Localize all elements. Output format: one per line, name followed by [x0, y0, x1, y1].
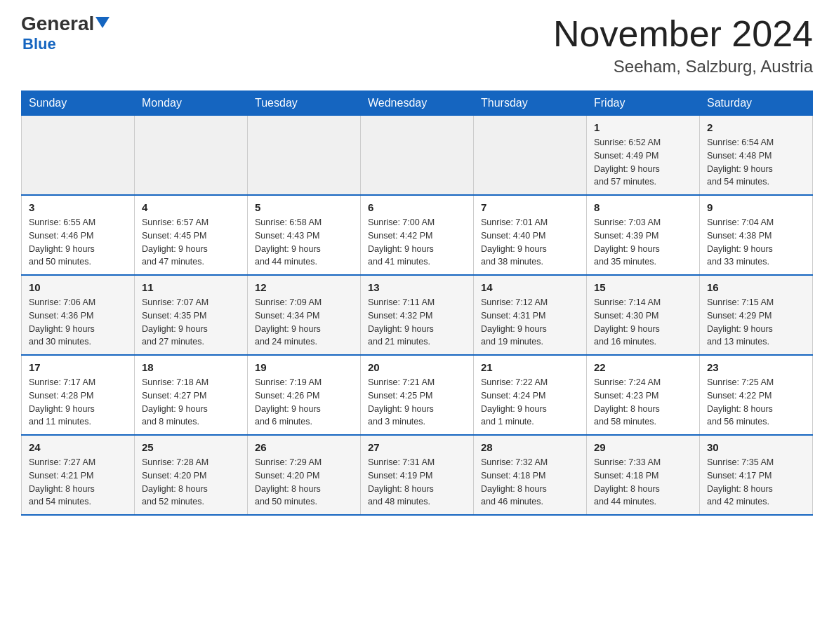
calendar-cell: 14Sunrise: 7:12 AM Sunset: 4:31 PM Dayli…	[474, 275, 587, 355]
weekday-header-thursday: Thursday	[474, 91, 587, 116]
day-number: 22	[594, 361, 692, 373]
calendar-cell	[135, 116, 248, 196]
calendar-header: SundayMondayTuesdayWednesdayThursdayFrid…	[22, 91, 813, 116]
calendar-cell: 7Sunrise: 7:01 AM Sunset: 4:40 PM Daylig…	[474, 195, 587, 275]
calendar-cell: 16Sunrise: 7:15 AM Sunset: 4:29 PM Dayli…	[700, 275, 813, 355]
day-info: Sunrise: 7:35 AM Sunset: 4:17 PM Dayligh…	[707, 456, 805, 509]
day-number: 25	[142, 441, 240, 453]
day-info: Sunrise: 7:31 AM Sunset: 4:19 PM Dayligh…	[368, 456, 466, 509]
calendar-cell: 25Sunrise: 7:28 AM Sunset: 4:20 PM Dayli…	[135, 435, 248, 515]
day-info: Sunrise: 7:00 AM Sunset: 4:42 PM Dayligh…	[368, 216, 466, 269]
day-info: Sunrise: 7:17 AM Sunset: 4:28 PM Dayligh…	[29, 376, 127, 429]
day-info: Sunrise: 7:18 AM Sunset: 4:27 PM Dayligh…	[142, 376, 240, 429]
day-number: 29	[594, 441, 692, 453]
day-number: 12	[255, 281, 353, 293]
day-info: Sunrise: 7:03 AM Sunset: 4:39 PM Dayligh…	[594, 216, 692, 269]
day-number: 24	[29, 441, 127, 453]
calendar-cell	[474, 116, 587, 196]
day-number: 6	[368, 201, 466, 213]
day-number: 20	[368, 361, 466, 373]
logo-general-text: General	[21, 13, 110, 34]
weekday-header-monday: Monday	[135, 91, 248, 116]
calendar-cell: 22Sunrise: 7:24 AM Sunset: 4:23 PM Dayli…	[587, 355, 700, 435]
day-info: Sunrise: 7:29 AM Sunset: 4:20 PM Dayligh…	[255, 456, 353, 509]
calendar-cell: 11Sunrise: 7:07 AM Sunset: 4:35 PM Dayli…	[135, 275, 248, 355]
month-title: November 2024	[553, 14, 813, 54]
weekday-header-row: SundayMondayTuesdayWednesdayThursdayFrid…	[22, 91, 813, 116]
calendar-cell: 23Sunrise: 7:25 AM Sunset: 4:22 PM Dayli…	[700, 355, 813, 435]
day-info: Sunrise: 7:09 AM Sunset: 4:34 PM Dayligh…	[255, 296, 353, 349]
day-number: 3	[29, 201, 127, 213]
day-info: Sunrise: 7:07 AM Sunset: 4:35 PM Dayligh…	[142, 296, 240, 349]
calendar-row: 1Sunrise: 6:52 AM Sunset: 4:49 PM Daylig…	[22, 116, 813, 196]
weekday-header-tuesday: Tuesday	[248, 91, 361, 116]
calendar-cell: 18Sunrise: 7:18 AM Sunset: 4:27 PM Dayli…	[135, 355, 248, 435]
day-number: 21	[481, 361, 579, 373]
calendar-row: 24Sunrise: 7:27 AM Sunset: 4:21 PM Dayli…	[22, 435, 813, 515]
day-number: 30	[707, 441, 805, 453]
calendar-cell: 12Sunrise: 7:09 AM Sunset: 4:34 PM Dayli…	[248, 275, 361, 355]
day-number: 13	[368, 281, 466, 293]
weekday-header-saturday: Saturday	[700, 91, 813, 116]
day-info: Sunrise: 7:12 AM Sunset: 4:31 PM Dayligh…	[481, 296, 579, 349]
day-info: Sunrise: 7:04 AM Sunset: 4:38 PM Dayligh…	[707, 216, 805, 269]
calendar-cell: 13Sunrise: 7:11 AM Sunset: 4:32 PM Dayli…	[361, 275, 474, 355]
day-number: 14	[481, 281, 579, 293]
day-number: 26	[255, 441, 353, 453]
calendar-cell: 21Sunrise: 7:22 AM Sunset: 4:24 PM Dayli…	[474, 355, 587, 435]
calendar-cell: 10Sunrise: 7:06 AM Sunset: 4:36 PM Dayli…	[22, 275, 135, 355]
calendar-cell: 15Sunrise: 7:14 AM Sunset: 4:30 PM Dayli…	[587, 275, 700, 355]
day-number: 19	[255, 361, 353, 373]
calendar-row: 10Sunrise: 7:06 AM Sunset: 4:36 PM Dayli…	[22, 275, 813, 355]
day-info: Sunrise: 7:28 AM Sunset: 4:20 PM Dayligh…	[142, 456, 240, 509]
calendar-cell: 3Sunrise: 6:55 AM Sunset: 4:46 PM Daylig…	[22, 195, 135, 275]
calendar-cell: 27Sunrise: 7:31 AM Sunset: 4:19 PM Dayli…	[361, 435, 474, 515]
day-number: 10	[29, 281, 127, 293]
day-info: Sunrise: 7:22 AM Sunset: 4:24 PM Dayligh…	[481, 376, 579, 429]
calendar-cell: 6Sunrise: 7:00 AM Sunset: 4:42 PM Daylig…	[361, 195, 474, 275]
weekday-header-wednesday: Wednesday	[361, 91, 474, 116]
day-info: Sunrise: 6:54 AM Sunset: 4:48 PM Dayligh…	[707, 136, 805, 189]
calendar-cell	[361, 116, 474, 196]
day-number: 11	[142, 281, 240, 293]
day-info: Sunrise: 7:06 AM Sunset: 4:36 PM Dayligh…	[29, 296, 127, 349]
calendar-cell: 28Sunrise: 7:32 AM Sunset: 4:18 PM Dayli…	[474, 435, 587, 515]
day-info: Sunrise: 7:33 AM Sunset: 4:18 PM Dayligh…	[594, 456, 692, 509]
calendar-cell: 4Sunrise: 6:57 AM Sunset: 4:45 PM Daylig…	[135, 195, 248, 275]
day-info: Sunrise: 7:11 AM Sunset: 4:32 PM Dayligh…	[368, 296, 466, 349]
day-number: 23	[707, 361, 805, 373]
title-area: November 2024 Seeham, Salzburg, Austria	[553, 14, 813, 76]
day-number: 17	[29, 361, 127, 373]
calendar-cell: 19Sunrise: 7:19 AM Sunset: 4:26 PM Dayli…	[248, 355, 361, 435]
day-number: 15	[594, 281, 692, 293]
calendar-cell: 8Sunrise: 7:03 AM Sunset: 4:39 PM Daylig…	[587, 195, 700, 275]
day-number: 4	[142, 201, 240, 213]
day-info: Sunrise: 6:58 AM Sunset: 4:43 PM Dayligh…	[255, 216, 353, 269]
calendar-cell	[248, 116, 361, 196]
calendar-row: 17Sunrise: 7:17 AM Sunset: 4:28 PM Dayli…	[22, 355, 813, 435]
day-info: Sunrise: 7:19 AM Sunset: 4:26 PM Dayligh…	[255, 376, 353, 429]
day-info: Sunrise: 7:21 AM Sunset: 4:25 PM Dayligh…	[368, 376, 466, 429]
calendar-cell: 17Sunrise: 7:17 AM Sunset: 4:28 PM Dayli…	[22, 355, 135, 435]
calendar-cell: 30Sunrise: 7:35 AM Sunset: 4:17 PM Dayli…	[700, 435, 813, 515]
calendar-cell	[22, 116, 135, 196]
logo: General	[21, 14, 110, 34]
calendar-table: SundayMondayTuesdayWednesdayThursdayFrid…	[21, 90, 813, 516]
calendar-row: 3Sunrise: 6:55 AM Sunset: 4:46 PM Daylig…	[22, 195, 813, 275]
day-info: Sunrise: 7:14 AM Sunset: 4:30 PM Dayligh…	[594, 296, 692, 349]
header: General Blue November 2024 Seeham, Salzb…	[21, 14, 813, 76]
day-info: Sunrise: 6:57 AM Sunset: 4:45 PM Dayligh…	[142, 216, 240, 269]
calendar-cell: 26Sunrise: 7:29 AM Sunset: 4:20 PM Dayli…	[248, 435, 361, 515]
logo-triangle-icon	[95, 17, 110, 28]
logo-blue-text: Blue	[22, 35, 56, 53]
day-number: 9	[707, 201, 805, 213]
calendar-body: 1Sunrise: 6:52 AM Sunset: 4:49 PM Daylig…	[22, 116, 813, 516]
calendar-cell: 20Sunrise: 7:21 AM Sunset: 4:25 PM Dayli…	[361, 355, 474, 435]
day-number: 8	[594, 201, 692, 213]
calendar-cell: 29Sunrise: 7:33 AM Sunset: 4:18 PM Dayli…	[587, 435, 700, 515]
weekday-header-sunday: Sunday	[22, 91, 135, 116]
day-number: 27	[368, 441, 466, 453]
day-info: Sunrise: 7:15 AM Sunset: 4:29 PM Dayligh…	[707, 296, 805, 349]
day-info: Sunrise: 7:27 AM Sunset: 4:21 PM Dayligh…	[29, 456, 127, 509]
calendar-cell: 1Sunrise: 6:52 AM Sunset: 4:49 PM Daylig…	[587, 116, 700, 196]
